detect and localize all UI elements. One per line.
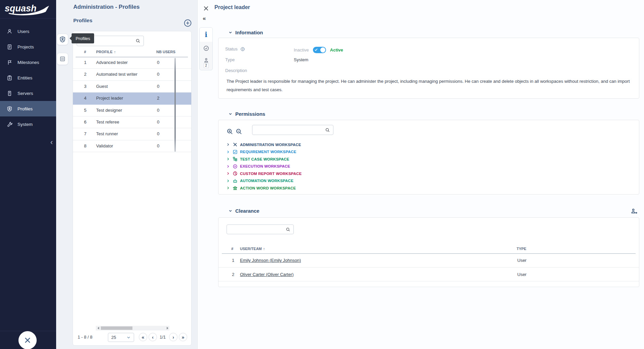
- pagination-range: 1 - 8 / 8: [78, 335, 92, 340]
- sidebar-item-profiles[interactable]: Profiles: [0, 101, 56, 116]
- clearance-search-input[interactable]: [227, 227, 286, 232]
- scroll-left-icon[interactable]: [96, 326, 100, 330]
- search-icon: [325, 128, 330, 133]
- collapse-all-button[interactable]: [236, 128, 242, 136]
- tree-item-execution: EXECUTION WORKSPACE: [226, 163, 302, 170]
- tree-item-action-word: ACTION WORD WORKSPACE: [226, 184, 302, 192]
- library-columns-icon: [233, 185, 238, 190]
- last-page-button[interactable]: »: [179, 333, 187, 341]
- chevron-down-icon: [228, 112, 233, 116]
- user-icon: [7, 29, 12, 34]
- sidebar-item-label: Projects: [17, 44, 34, 49]
- permissions-section-header[interactable]: Permissions: [228, 111, 265, 117]
- chevron-right-icon[interactable]: [226, 164, 230, 169]
- status-value: Inactive Active: [294, 47, 343, 53]
- sidebar-item-projects[interactable]: Projects: [0, 39, 56, 55]
- document-icon: [7, 44, 12, 50]
- close-icon: [24, 337, 31, 344]
- checkbox-icon: [233, 149, 238, 154]
- close-detail-button[interactable]: [203, 5, 210, 12]
- sidebar-collapse-icon[interactable]: ‹: [50, 139, 53, 146]
- add-profile-button[interactable]: [184, 19, 192, 27]
- close-admin-button[interactable]: [18, 331, 37, 349]
- sidebar-item-system[interactable]: System: [0, 116, 56, 132]
- pie-chart-icon: [233, 171, 238, 176]
- active-label: Active: [330, 47, 343, 53]
- shield-user-icon: [7, 106, 12, 112]
- profiles-table-body: 1Advanced tester0 2Automated test writer…: [73, 57, 191, 152]
- vertical-scrollbar[interactable]: [174, 58, 176, 152]
- grid-icon: [59, 56, 66, 62]
- sidebar-item-entities[interactable]: Entities: [0, 70, 56, 85]
- col-num[interactable]: #: [231, 247, 233, 251]
- plus-circle-icon: [184, 19, 192, 27]
- tree-item-automation: AUTOMATION WORKSPACE: [226, 177, 302, 185]
- clearance-section-header[interactable]: Clearance: [228, 208, 259, 214]
- robot-icon: [233, 178, 238, 183]
- permissions-search-input[interactable]: [252, 128, 325, 133]
- permissions-search: [252, 125, 333, 135]
- sidebar-item-users[interactable]: Users: [0, 24, 56, 39]
- collapse-panel-icon[interactable]: «: [203, 15, 206, 22]
- chevron-right-icon[interactable]: [226, 157, 230, 161]
- col-profile[interactable]: PROFILE↑: [96, 50, 116, 54]
- tab-permissions[interactable]: [200, 42, 212, 55]
- user-link[interactable]: Oliver Carter (Oliver Carter): [240, 272, 294, 277]
- sidebar-item-milestones[interactable]: Milestones: [0, 55, 56, 70]
- sidebar-item-label: Entities: [17, 75, 32, 80]
- sidebar-item-label: System: [17, 122, 33, 127]
- table-row[interactable]: 5Test designer0: [73, 105, 191, 116]
- page-size-select[interactable]: 25: [108, 333, 134, 342]
- scroll-right-icon[interactable]: [167, 327, 168, 329]
- expand-all-button[interactable]: [227, 128, 233, 136]
- tab-information[interactable]: i: [200, 28, 212, 42]
- tab-clearance[interactable]: 2: [200, 55, 212, 70]
- col-user-team[interactable]: USER/TEAM↑: [240, 247, 265, 251]
- chevron-right-icon[interactable]: [226, 150, 230, 154]
- chevron-right-icon[interactable]: [226, 171, 230, 176]
- user-link[interactable]: Emily Johnson (Emily Johnson): [240, 258, 301, 263]
- sidebar-item-servers[interactable]: Servers: [0, 85, 56, 101]
- next-page-button[interactable]: ›: [169, 333, 177, 341]
- table-row[interactable]: 8Validator0: [73, 140, 191, 152]
- chevron-right-icon[interactable]: [226, 179, 230, 183]
- type-value: System: [294, 57, 308, 62]
- detail-title: Project leader: [214, 4, 250, 10]
- chevron-right-icon[interactable]: [226, 142, 230, 147]
- grid-view-tab[interactable]: [57, 53, 68, 65]
- table-row-selected[interactable]: 4Project leader2: [73, 93, 191, 104]
- zoom-in-icon: [227, 128, 233, 135]
- chevron-down-icon: [228, 30, 233, 35]
- first-page-button[interactable]: «: [139, 333, 147, 341]
- user-icon: [203, 58, 209, 63]
- status-toggle[interactable]: [313, 47, 326, 53]
- chevron-right-icon[interactable]: [226, 186, 230, 190]
- table-row[interactable]: 1Advanced tester0: [73, 57, 191, 69]
- scrollbar-thumb[interactable]: [101, 326, 132, 330]
- tree-item-custom-report: CUSTOM REPORT WORKSPACE: [226, 170, 302, 177]
- sidebar-item-label: Profiles: [17, 106, 33, 111]
- table-row[interactable]: 7Test runner0: [73, 128, 191, 140]
- table-row[interactable]: 6Test referee0: [73, 116, 191, 128]
- tree-item-requirement: REQUIREMENT WORKSPACE: [226, 148, 302, 156]
- profiles-panel: Administration - Profiles Profiles Profi…: [56, 0, 197, 349]
- profiles-view-tab[interactable]: [57, 34, 68, 45]
- type-label: Type: [225, 57, 235, 62]
- profiles-section-title: Profiles: [73, 18, 92, 24]
- squash-logo[interactable]: squash: [0, 0, 56, 19]
- sort-asc-icon: ↑: [263, 247, 265, 251]
- col-nb-users[interactable]: NB USERS: [156, 50, 175, 54]
- table-row[interactable]: 2Automated test writer0: [73, 69, 191, 80]
- svg-text:?: ?: [242, 48, 244, 51]
- description-label: Description: [225, 68, 247, 73]
- table-row: 2 Oliver Carter (Oliver Carter) User: [218, 268, 639, 282]
- add-clearance-user-button[interactable]: [631, 208, 638, 216]
- information-section-header[interactable]: Information: [228, 30, 263, 35]
- help-icon[interactable]: ?: [240, 47, 245, 51]
- col-type[interactable]: TYPE: [517, 247, 526, 251]
- profiles-tooltip: Profiles: [72, 33, 94, 43]
- col-num[interactable]: #: [84, 50, 86, 54]
- prev-page-button[interactable]: ‹: [149, 333, 157, 341]
- horizontal-scrollbar[interactable]: [96, 326, 169, 330]
- table-row[interactable]: 3Guest0: [73, 81, 191, 93]
